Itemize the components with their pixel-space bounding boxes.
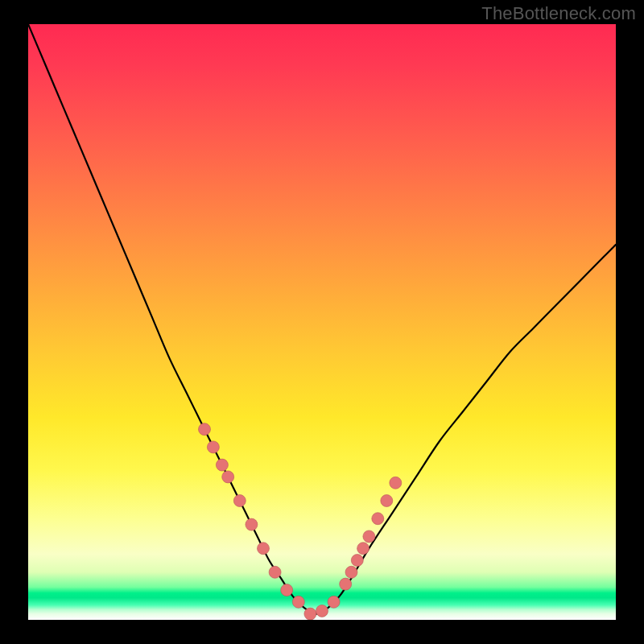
marker-point [345,566,357,578]
marker-point [351,555,363,567]
marker-point [304,608,316,620]
marker-point [199,423,211,436]
marker-point [281,584,293,597]
marker-point [340,578,352,590]
marker-point [233,495,246,507]
marker-point [269,566,281,578]
marker-point [258,543,270,555]
watermark-text: TheBottleneck.com [481,3,636,24]
marker-point [372,513,384,525]
marker-point [381,495,393,507]
chart-svg [28,24,616,620]
marker-point [390,477,402,489]
marker-point [207,441,219,453]
marker-point [216,459,228,471]
marker-point [363,530,375,543]
marker-point [292,596,304,608]
marker-point [246,518,258,530]
marker-point [316,605,328,617]
marker-point [357,543,369,555]
marker-point [328,596,340,608]
bottleneck-curve [28,24,616,614]
marker-point [222,471,234,483]
marker-group [199,423,402,620]
chart-frame: TheBottleneck.com [0,0,644,644]
